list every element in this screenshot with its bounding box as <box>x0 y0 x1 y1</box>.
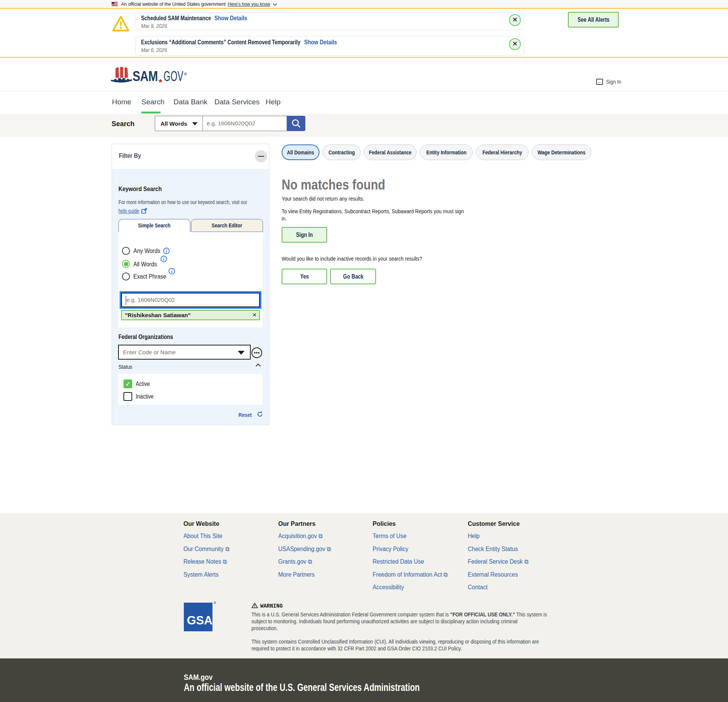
svg-text:®: ® <box>184 72 187 76</box>
svg-text:GOV: GOV <box>164 68 183 84</box>
svg-text:SAM: SAM <box>133 68 158 84</box>
